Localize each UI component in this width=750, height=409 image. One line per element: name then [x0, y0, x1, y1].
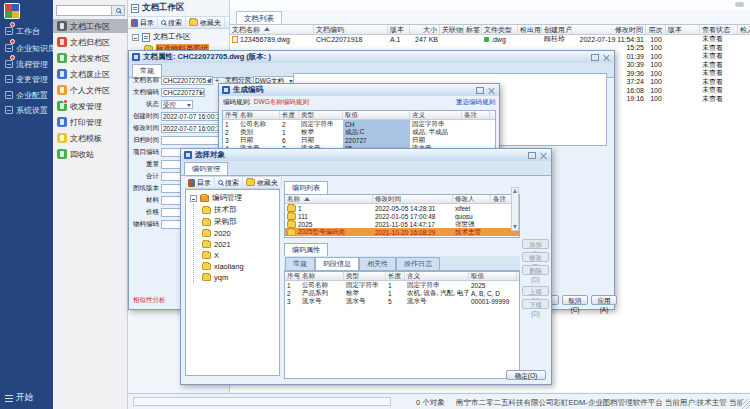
delete-segment-button[interactable]: 删除(D)	[522, 265, 549, 275]
maximize-icon[interactable]	[590, 53, 599, 62]
close-icon[interactable]	[539, 151, 548, 160]
segment-row[interactable]: 3 流水号 流水号 5 流水号 00001-99999	[285, 297, 519, 305]
dialog-titlebar[interactable]: 生成编码	[219, 84, 499, 96]
code-list-row[interactable]: 2025 2021-11-05 14:47:17 张世强	[285, 220, 519, 228]
sidebar-search-button[interactable]	[112, 5, 125, 16]
nav-workbench[interactable]: 工作台	[0, 24, 53, 38]
col-header[interactable]: 大小	[410, 25, 440, 34]
catalog-button[interactable]: 目录	[128, 16, 158, 29]
nav-enterprise-config[interactable]: 企业配置	[0, 88, 53, 102]
folder-icon	[202, 252, 211, 259]
col-header[interactable]: 创建用户	[542, 25, 572, 34]
ws-item-doc-obsolete[interactable]: 文档废止区	[53, 67, 128, 81]
ws-item-doc-archive[interactable]: 文档归档区	[53, 35, 128, 49]
col-header[interactable]: 文档编码	[314, 25, 388, 34]
col-header[interactable]: 检出用户	[518, 25, 542, 34]
subtab-op-log[interactable]: 操作日志	[396, 257, 440, 270]
close-icon[interactable]	[487, 86, 496, 95]
edit-segment-button[interactable]: 修改(E)	[522, 252, 549, 262]
col-header[interactable]: 查看状态	[700, 25, 738, 34]
collapse-icon[interactable]	[132, 34, 139, 41]
col-header[interactable]: 版本	[666, 25, 700, 34]
nav-knowledge-base[interactable]: 企业知识库	[0, 41, 53, 55]
col-header[interactable]: 关联物料	[440, 25, 464, 34]
nav-change-mgmt[interactable]: 变更管理	[0, 72, 53, 86]
code-list-row[interactable]: 1 2022-05-05 14:28:31 xifeel	[285, 204, 519, 212]
reselect-rule-link[interactable]: 重选编码规则	[456, 98, 495, 107]
collapse-icon[interactable]	[190, 195, 197, 202]
code-list-row[interactable]: 2025型号编码类 2021-10-20 16:08:29 技术主管	[285, 228, 519, 236]
doc-code-combo[interactable]: CHC22072710	[161, 88, 205, 97]
tree-node[interactable]: 2021	[194, 239, 279, 250]
col-header[interactable]: 标签	[464, 25, 482, 34]
start-button[interactable]: 开始	[5, 392, 33, 404]
col-header[interactable]: 文档名称	[230, 25, 314, 34]
create-time-field[interactable]: 2022-07-07 16:00:35	[161, 112, 225, 121]
subtab-segment-info[interactable]: 码段信息	[315, 257, 359, 270]
ws-item-doc-publish[interactable]: 文档发布区	[53, 51, 128, 65]
col-header[interactable]: 检入	[738, 25, 750, 34]
ws-item-send-receive[interactable]: 收发管理	[53, 99, 128, 113]
modify-time-field[interactable]: 2022-07-07 16:00:35	[161, 124, 225, 133]
ok-button[interactable]: 确定(O)	[506, 370, 546, 380]
folder-icon	[200, 195, 209, 202]
tab-code-props[interactable]: 编码属性	[284, 243, 328, 256]
favorites-button[interactable]: 收藏夹	[243, 176, 282, 189]
status-combo[interactable]: 受控	[161, 100, 193, 109]
sidebar-search-input[interactable]	[56, 5, 112, 16]
resize-grip[interactable]	[740, 399, 750, 409]
ws-item-doc-template[interactable]: 文档模板	[53, 131, 128, 145]
code-segment-row[interactable]: 3 日期 6 日期 220727 日期	[223, 136, 495, 144]
apply-button[interactable]: 应用(A)	[591, 295, 617, 305]
window-pin-icon[interactable]	[735, 2, 744, 7]
nav-label: 工作台	[16, 26, 40, 37]
ws-item-doc-workspace[interactable]: 文档工作区	[53, 19, 128, 33]
segment-row[interactable]: 2 产品系列 枚举 1 农机, 设备, 汽配, 电子 A, B, C, D	[285, 289, 519, 297]
subtab-relations[interactable]: 相关性	[359, 257, 396, 270]
dialog-titlebar[interactable]: 选择对象	[181, 149, 551, 161]
col-header[interactable]: 版本	[388, 25, 410, 34]
tree-node[interactable]: xiaoliang	[194, 261, 279, 272]
ws-item-print-mgmt[interactable]: 打印管理	[53, 115, 128, 129]
add-segment-button[interactable]: 添加(A)	[522, 239, 549, 249]
ws-item-personal-files[interactable]: 个人文件区	[53, 83, 128, 97]
code-segment-row[interactable]: 1 公司名称 2 固定字符串 CH 固定字符串	[223, 120, 495, 128]
tab-code-mgmt[interactable]: 编码管理	[184, 162, 228, 175]
doc-name-combo[interactable]: CHC22072705.dwg	[161, 76, 213, 85]
similarity-link[interactable]: 相似性分析	[133, 296, 166, 305]
search-button[interactable]: 搜索	[215, 176, 243, 189]
code-segment-row[interactable]: 2 类别 1 枚举 成品:C 成品, 半成品	[223, 128, 495, 136]
tree-node[interactable]: 采购部	[194, 216, 279, 228]
catalog-button[interactable]: 目录	[185, 176, 215, 189]
favorites-button[interactable]: 收藏夹	[186, 16, 225, 29]
tree-node[interactable]: 2020	[194, 228, 279, 239]
search-button[interactable]: 搜索	[158, 16, 186, 29]
col-header[interactable]: 修改时间	[572, 25, 646, 34]
code-list-grid: 名称 修改时间 修改人 备注 1 2022-05-05 14:28:31 xif…	[284, 194, 520, 238]
tab-code-list[interactable]: 编码列表	[284, 181, 328, 194]
segment-row[interactable]: 1 公司名称 固定字符串 1 固定字符串 2025	[285, 281, 519, 289]
archive-time-field[interactable]	[161, 136, 225, 145]
list-scrollbar[interactable]	[511, 187, 519, 231]
subtab-general[interactable]: 常规	[285, 257, 315, 270]
maximize-icon[interactable]	[475, 86, 484, 95]
nav-process-mgmt[interactable]: 流程管理	[0, 57, 53, 71]
close-icon[interactable]	[602, 53, 611, 62]
ws-item-recycle-bin[interactable]: 回收站	[53, 147, 128, 161]
tree-node[interactable]: X	[194, 250, 279, 261]
tree-node[interactable]: yqm	[194, 272, 279, 283]
tree-node-root[interactable]: 文档工作区	[130, 31, 229, 43]
dialog-titlebar[interactable]: 文档属性: CHC22072705.dwg (版本: )	[129, 51, 614, 63]
nav-system-settings[interactable]: 系统设置	[0, 103, 53, 117]
tree-node[interactable]: 技术部	[194, 204, 279, 216]
tab-doc-list[interactable]: 文档列表	[236, 11, 282, 24]
maximize-icon[interactable]	[527, 151, 536, 160]
col-header[interactable]: 文件类型	[482, 25, 518, 34]
col-header[interactable]: 层次	[646, 25, 666, 34]
tree-node-root[interactable]: 编码管理	[188, 192, 279, 204]
cancel-button[interactable]: 取消(C)	[562, 295, 588, 305]
move-up-button[interactable]: 上移(U)	[522, 286, 549, 296]
move-down-button[interactable]: 下移(D)	[522, 299, 549, 309]
table-row[interactable]: 123456789.dwg CHC22071918 A.1 247 KB .dw…	[230, 35, 750, 44]
code-list-row[interactable]: 111 2022-01-05 17:00:48 guosu	[285, 212, 519, 220]
